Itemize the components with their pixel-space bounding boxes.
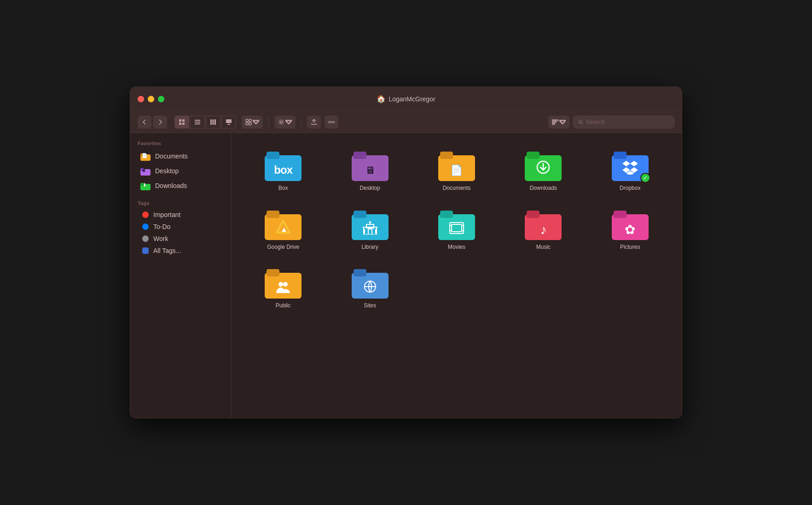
- share-button[interactable]: [307, 116, 321, 129]
- sidebar-item-important[interactable]: Important: [133, 209, 228, 221]
- folder-documents[interactable]: 📄 Documents: [416, 144, 497, 198]
- folder-public[interactable]: Public: [243, 262, 324, 315]
- music-folder-icon: ♪: [525, 209, 562, 240]
- svg-rect-14: [246, 123, 248, 125]
- view-cover-button[interactable]: [221, 116, 236, 129]
- box-logo: box: [274, 164, 292, 176]
- svg-rect-79: [354, 269, 366, 276]
- folder-name: Music: [536, 244, 551, 251]
- svg-rect-20: [552, 120, 558, 121]
- documents-folder-icon: 📄: [140, 151, 151, 161]
- sidebar-item-work[interactable]: Work: [133, 233, 228, 245]
- download-icon: [536, 160, 551, 176]
- folder-googledrive[interactable]: ▲ Google Drive: [243, 203, 324, 257]
- view-icon-button[interactable]: [174, 116, 189, 129]
- folder-library[interactable]: Library: [329, 203, 410, 257]
- svg-marker-44: [630, 161, 638, 166]
- sidebar-item-all-tags[interactable]: All Tags...: [133, 245, 228, 257]
- documents-folder-icon: 📄: [438, 150, 475, 181]
- sidebar-item-downloads[interactable]: ⬇ Downloads: [133, 178, 228, 193]
- folder-name: Public: [276, 302, 291, 310]
- back-button[interactable]: [138, 116, 151, 129]
- group-button[interactable]: [242, 116, 263, 129]
- pictures-icon: ✿: [625, 222, 635, 237]
- sidebar-item-desktop[interactable]: 🖥 Desktop: [133, 164, 228, 178]
- favorites-label: Favorites: [130, 141, 231, 149]
- svg-rect-0: [179, 119, 181, 122]
- svg-rect-7: [210, 119, 212, 125]
- search-input[interactable]: [586, 118, 669, 125]
- svg-rect-37: [440, 152, 453, 159]
- folder-name: Box: [278, 185, 288, 192]
- music-icon: ♪: [540, 223, 546, 237]
- svg-text:▲: ▲: [280, 225, 288, 233]
- close-button[interactable]: [138, 96, 144, 102]
- folder-downloads[interactable]: Downloads: [503, 144, 584, 198]
- svg-point-76: [278, 282, 283, 287]
- folder-pictures[interactable]: ✿ Pictures: [590, 203, 671, 257]
- svg-rect-11: [227, 124, 230, 125]
- svg-rect-54: [354, 211, 366, 218]
- finder-window: 🏠 LoganMcGregor: [130, 87, 682, 418]
- svg-rect-13: [249, 119, 251, 122]
- minimize-button[interactable]: [148, 96, 154, 102]
- svg-rect-15: [249, 123, 251, 125]
- svg-rect-49: [267, 211, 279, 218]
- svg-line-25: [581, 123, 583, 124]
- nav-buttons: [138, 116, 167, 129]
- svg-rect-4: [195, 120, 200, 121]
- titlebar: 🏠 LoganMcGregor: [130, 87, 682, 111]
- svg-rect-63: [440, 211, 453, 218]
- sidebar-item-label: Documents: [155, 153, 188, 160]
- traffic-lights: [138, 96, 164, 102]
- tag-button[interactable]: [325, 116, 338, 129]
- sites-icon: [363, 279, 377, 296]
- movies-icon: [449, 222, 464, 236]
- settings-button[interactable]: [274, 116, 296, 129]
- window-title: 🏠 LoganMcGregor: [377, 94, 435, 103]
- forward-button[interactable]: [153, 116, 167, 129]
- tags-section: Tags Important To-Do Work All Tags...: [130, 200, 231, 257]
- svg-point-24: [579, 120, 581, 123]
- folder-desktop[interactable]: 🖥 Desktop: [329, 144, 410, 198]
- svg-rect-65: [452, 224, 462, 232]
- folder-sites[interactable]: Sites: [329, 262, 410, 315]
- folder-music[interactable]: ♪ Music: [503, 203, 584, 257]
- sidebar-item-label: Downloads: [155, 182, 187, 189]
- library-folder-icon: [352, 209, 389, 240]
- title-label: LoganMcGregor: [389, 95, 435, 103]
- svg-marker-16: [253, 120, 259, 123]
- folder-name: Pictures: [620, 244, 640, 251]
- svg-rect-39: [527, 152, 539, 159]
- sidebar-item-documents[interactable]: 📄 Documents: [133, 149, 228, 164]
- view-columns-button[interactable]: [206, 116, 220, 129]
- folder-name: Desktop: [360, 185, 380, 192]
- search-bar[interactable]: [573, 116, 674, 129]
- title-icon: 🏠: [377, 94, 386, 103]
- folder-name: Sites: [364, 302, 376, 310]
- svg-rect-10: [226, 119, 232, 123]
- svg-marker-18: [285, 120, 292, 123]
- svg-rect-3: [182, 123, 185, 125]
- library-icon: [362, 221, 378, 236]
- folder-box[interactable]: box Box: [243, 144, 324, 198]
- dropbox-badge: ✓: [640, 173, 650, 183]
- sidebar-item-todo[interactable]: To-Do: [133, 221, 228, 233]
- view-list-button[interactable]: [190, 116, 205, 129]
- svg-point-17: [280, 121, 283, 123]
- downloads-folder-icon: ⬇: [140, 181, 151, 191]
- folder-movies[interactable]: Movies: [416, 203, 497, 257]
- svg-rect-2: [179, 123, 181, 125]
- public-icon: [275, 280, 291, 296]
- downloads-folder-icon: [525, 150, 562, 181]
- folder-name: Library: [361, 244, 378, 251]
- svg-marker-43: [622, 161, 630, 166]
- sort-button[interactable]: [548, 116, 569, 129]
- maximize-button[interactable]: [158, 96, 164, 102]
- folder-dropbox[interactable]: ✓ Dropbox: [590, 144, 671, 198]
- documents-icon: 📄: [450, 164, 463, 176]
- folder-name: Dropbox: [620, 185, 640, 192]
- box-folder-icon: box: [265, 150, 302, 181]
- file-grid: box Box 🖥 Desktop: [232, 133, 682, 418]
- sidebar-item-label: All Tags...: [153, 247, 181, 254]
